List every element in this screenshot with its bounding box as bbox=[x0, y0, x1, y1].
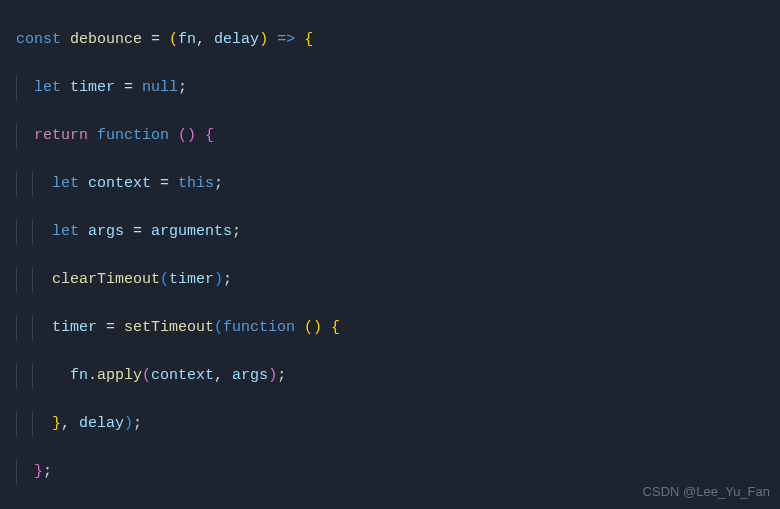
code-editor[interactable]: const debounce = (fn, delay) => { let ti… bbox=[0, 4, 780, 509]
code-line: let timer = null; bbox=[8, 76, 780, 100]
code-line: timer = setTimeout(function () { bbox=[8, 316, 780, 340]
code-line: fn.apply(context, args); bbox=[8, 364, 780, 388]
code-line: }; bbox=[8, 460, 780, 484]
watermark: CSDN @Lee_Yu_Fan bbox=[643, 482, 770, 503]
code-line: let args = arguments; bbox=[8, 220, 780, 244]
code-line: }, delay); bbox=[8, 412, 780, 436]
code-line: const debounce = (fn, delay) => { bbox=[8, 28, 780, 52]
code-line: let context = this; bbox=[8, 172, 780, 196]
code-line: clearTimeout(timer); bbox=[8, 268, 780, 292]
code-line: return function () { bbox=[8, 124, 780, 148]
